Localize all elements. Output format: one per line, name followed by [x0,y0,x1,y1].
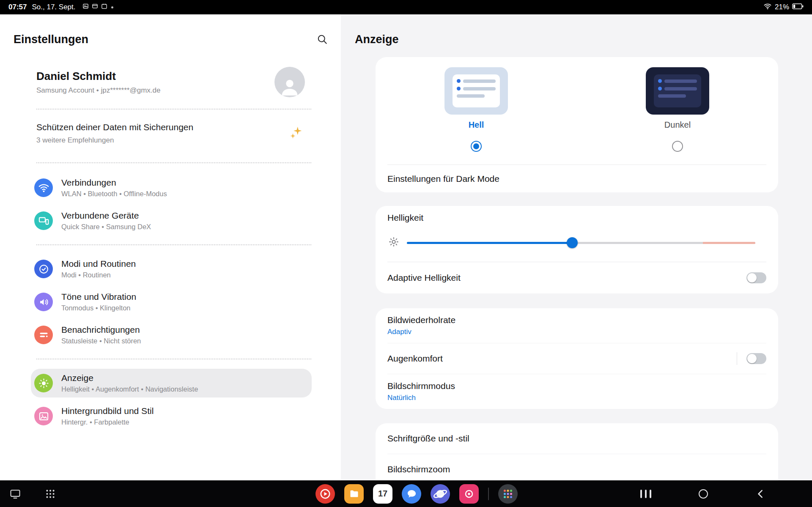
divider [36,109,311,110]
divider [737,352,738,365]
anzeige-detail-panel: Anzeige Hell [341,14,812,480]
item-subtitle: Modi • Routinen [61,271,136,279]
font-size-row[interactable]: Schriftgröße und -stil [376,423,778,454]
dark-theme-radio[interactable] [672,141,683,152]
adaptive-brightness-label: Adaptive Helligkeit [387,273,461,283]
font-size-label: Schriftgröße und -stil [387,433,469,444]
adaptive-brightness-row[interactable]: Adaptive Helligkeit [376,262,778,293]
item-subtitle: Hintergr. • Farbpalette [61,418,154,426]
dark-mode-settings-row[interactable]: Einstellungen für Dark Mode [376,165,778,192]
home-icon [699,489,708,499]
screen-mode-row[interactable]: Bildschirmmodus Natürlich [376,374,778,409]
clock: 07:57 [8,3,27,11]
home-button[interactable] [699,488,708,500]
wallpaper-icon [34,407,53,425]
avatar [274,67,305,97]
suggestion-title: Schützen deiner Daten mit Sicherungen [36,122,193,132]
sidebar-item-anzeige[interactable]: AnzeigeHelligkeit • Augenkomfort • Navig… [31,369,312,397]
taskbar: 17 [0,480,812,507]
screen-mode-label: Bildschirmmodus [387,381,766,391]
settings-nav-panel: Einstellungen Daniel Schmidt Samsung Acc… [0,14,341,480]
item-subtitle: Quick Share • Samsung DeX [61,223,151,231]
internet-app-icon[interactable] [431,484,450,504]
light-theme-radio[interactable] [471,141,482,152]
calendar-app-icon[interactable]: 17 [373,484,392,504]
screen-settings-card: Bildwiederholrate Adaptiv Augenkomfort B… [376,308,778,409]
theme-card: Hell Dunkel Einstel [376,57,778,192]
account-name: Daniel Schmidt [36,70,160,83]
suggestion-row[interactable]: Schützen deiner Daten mit Sicherungen 3 … [36,122,304,145]
brightness-slider-handle[interactable] [567,237,578,248]
taskbar-separator [488,488,489,500]
sidebar-item-modi-und-routinen[interactable]: Modi und RoutinenModi • Routinen [31,255,312,283]
eye-comfort-toggle[interactable] [746,353,766,364]
settings-list: VerbindungenWLAN • Bluetooth • Offline-M… [0,173,341,430]
recents-button[interactable] [640,488,651,500]
back-button[interactable] [755,488,766,500]
wifi-status-icon [763,3,772,12]
notifications-icon [34,326,53,344]
refresh-rate-label: Bildwiederholrate [387,315,766,325]
brightness-warm-zone [703,242,755,244]
app-grid-icon[interactable] [45,488,56,500]
modes-icon [34,260,53,278]
messages-app-icon[interactable] [402,484,421,504]
dark-mode-settings-label: Einstellungen für Dark Mode [387,174,499,184]
suggestion-subtitle: 3 weitere Empfehlungen [36,136,193,145]
app-drawer-icon[interactable] [498,484,518,504]
screen-zoom-row[interactable]: Bildschirmzoom [376,454,778,480]
brightness-card: Helligkeit Adaptive Helligkeit [376,206,778,293]
search-button[interactable] [315,33,329,47]
light-theme-preview[interactable] [444,67,508,115]
sidebar-item-hintergrundbild-und-stil[interactable]: Hintergrundbild und StilHintergr. • Farb… [31,402,312,430]
files-app-icon[interactable] [344,484,364,504]
gallery-notification-icon [82,3,89,11]
calendar-notification-icon [101,3,107,11]
sidebar-item-benachrichtigungen[interactable]: BenachrichtigungenStatusleiste • Nicht s… [31,321,312,349]
battery-percent-label: 21% [775,3,789,11]
item-label: Benachrichtigungen [61,325,140,334]
calendar-day-label: 17 [378,489,387,499]
item-label: Töne und Vibration [61,292,136,301]
dark-theme-label: Dunkel [664,120,691,130]
camera-app-icon[interactable] [459,484,479,504]
item-label: Hintergrundbild und Stil [61,406,154,416]
text-settings-card: Schriftgröße und -stil Bildschirmzoom [376,423,778,480]
item-label: Verbundene Geräte [61,211,139,220]
item-label: Anzeige [61,373,93,383]
search-icon [316,33,328,47]
refresh-rate-row[interactable]: Bildwiederholrate Adaptiv [376,308,778,343]
brightness-label: Helligkeit [376,206,778,223]
sidebar-item-toene-und-vibration[interactable]: Töne und VibrationTonmodus • Klingelton [31,288,312,316]
brightness-sun-icon [388,236,399,249]
brightness-slider[interactable] [407,237,755,248]
eye-comfort-row[interactable]: Augenkomfort [376,343,778,374]
settings-window: Einstellungen Daniel Schmidt Samsung Acc… [0,14,812,480]
refresh-rate-value: Adaptiv [387,328,766,336]
adaptive-brightness-toggle[interactable] [746,272,766,283]
item-subtitle: Statusleiste • Nicht stören [61,337,141,345]
item-label: Verbindungen [61,178,116,187]
light-theme-label: Hell [469,120,484,130]
eye-comfort-label: Augenkomfort [387,354,443,364]
item-label: Modi und Routinen [61,259,136,269]
divider [36,244,311,245]
more-notifications-dot [111,6,113,8]
battery-icon [792,3,804,11]
item-subtitle: Helligkeit • Augenkomfort • Navigationsl… [61,385,198,393]
divider [36,162,311,163]
screen-mode-value: Natürlich [387,394,766,402]
account-subtitle: Samsung Account • jpz*******@gmx.de [36,86,160,95]
item-subtitle: Tonmodus • Klingelton [61,304,136,312]
taskbar-device-icon[interactable] [9,488,21,500]
brightness-fill [407,242,572,244]
samsung-account-row[interactable]: Daniel Schmidt Samsung Account • jpz****… [36,67,305,97]
divider [36,359,311,359]
date-label: So., 17. Sept. [32,3,75,11]
sidebar-item-verbundene-geraete[interactable]: Verbundene GeräteQuick Share • Samsung D… [31,206,312,235]
sparkle-icon [288,125,304,142]
sidebar-item-verbindungen[interactable]: VerbindungenWLAN • Bluetooth • Offline-M… [31,173,312,202]
media-app-icon[interactable] [315,484,335,504]
item-subtitle: WLAN • Bluetooth • Offline-Modus [61,190,167,198]
dark-theme-preview[interactable] [646,67,709,115]
